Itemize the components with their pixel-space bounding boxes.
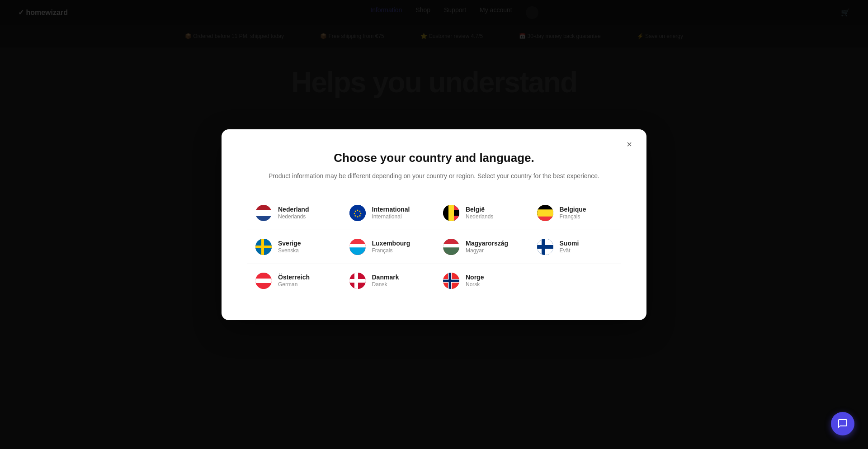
country-grid: NederlandNederlands InternationalInterna…: [247, 197, 621, 297]
svg-rect-17: [261, 239, 264, 255]
country-item-lu[interactable]: LuxembourgFrançais: [341, 231, 434, 263]
svg-rect-33: [443, 279, 459, 282]
flag-nl: [255, 205, 272, 221]
flag-lu: [349, 239, 366, 255]
country-lang: Dansk: [372, 281, 399, 288]
country-lang: Norsk: [466, 281, 484, 288]
svg-rect-1: [255, 210, 272, 216]
flag-at: [255, 273, 272, 289]
chat-icon: [837, 418, 848, 429]
modal-title: Choose your country and language.: [247, 151, 621, 165]
country-name: Suomi: [560, 240, 579, 247]
country-item-be-fr[interactable]: BelgiqueFrançais: [528, 197, 622, 229]
country-name: International: [372, 206, 410, 213]
country-lang: Nederlands: [278, 213, 309, 220]
flag-eu: [349, 205, 366, 221]
svg-point-2: [349, 205, 366, 221]
flag-be-fr: [537, 205, 553, 221]
country-item-no[interactable]: NorgeNorsk: [434, 265, 528, 297]
country-name: Nederland: [278, 206, 309, 213]
country-item-nl[interactable]: NederlandNederlands: [247, 197, 340, 229]
svg-rect-34: [449, 273, 451, 289]
country-name: Norge: [466, 274, 484, 281]
country-lang: Evät: [560, 247, 579, 254]
close-button[interactable]: ×: [622, 137, 637, 152]
flag-se: [255, 239, 272, 255]
chat-button[interactable]: [831, 412, 854, 435]
svg-rect-29: [354, 273, 358, 289]
country-name: Magyarország: [466, 240, 508, 247]
flag-fi: [537, 239, 553, 255]
country-item-fi[interactable]: SuomiEvät: [528, 231, 622, 263]
country-item-hu[interactable]: MagyarországMagyar: [434, 231, 528, 263]
flag-dk: [349, 273, 366, 289]
country-name: België: [466, 206, 493, 213]
country-item-eu[interactable]: InternationalInternational: [341, 197, 434, 229]
country-name: Sverige: [278, 240, 301, 247]
country-name: Österreich: [278, 274, 310, 281]
country-item-dk[interactable]: DanmarkDansk: [341, 265, 434, 297]
country-lang: Magyar: [466, 247, 508, 254]
country-lang: International: [372, 213, 410, 220]
country-item-se[interactable]: SverigeSvenska: [247, 231, 340, 263]
flag-hu: [443, 239, 459, 255]
country-lang: Français: [560, 213, 586, 220]
country-lang: Nederlands: [466, 213, 493, 220]
country-item-at[interactable]: ÖsterreichGerman: [247, 265, 340, 297]
country-lang: Svenska: [278, 247, 301, 254]
flag-no: [443, 273, 459, 289]
modal-subtitle: Product information may be different dep…: [247, 171, 621, 181]
country-language-modal: × Choose your country and language. Prod…: [222, 129, 646, 320]
flag-be: [443, 205, 459, 221]
country-name: Danmark: [372, 274, 399, 281]
country-name: Belgique: [560, 206, 586, 213]
country-name: Luxembourg: [372, 240, 410, 247]
svg-rect-26: [255, 279, 272, 283]
modal-overlay: × Choose your country and language. Prod…: [0, 0, 868, 449]
country-item-be[interactable]: BelgiëNederlands: [434, 197, 528, 229]
country-lang: German: [278, 281, 310, 288]
svg-rect-24: [542, 239, 545, 255]
svg-rect-12: [448, 205, 454, 221]
country-lang: Français: [372, 247, 410, 254]
